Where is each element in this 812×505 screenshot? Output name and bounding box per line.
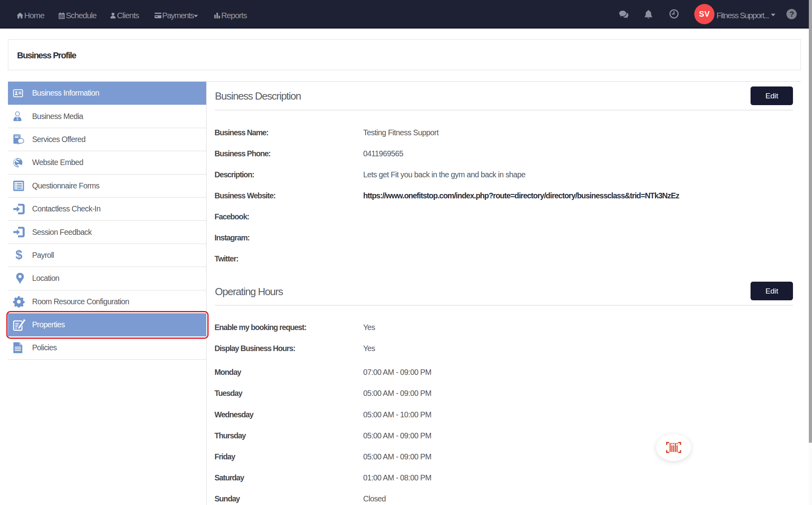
svg-text:?: ? <box>789 10 794 18</box>
